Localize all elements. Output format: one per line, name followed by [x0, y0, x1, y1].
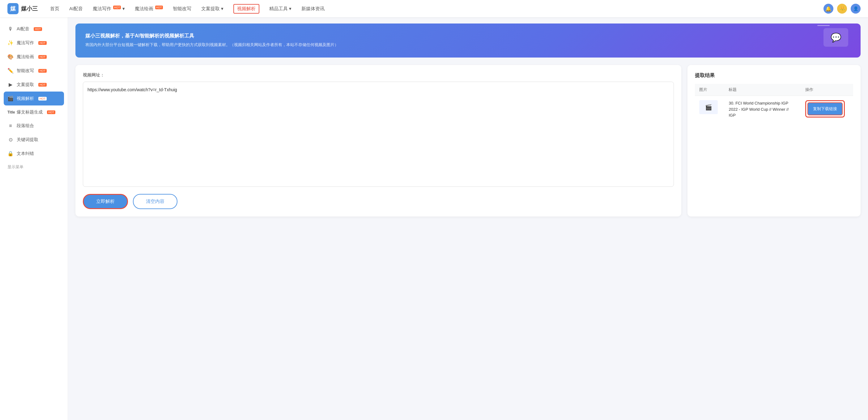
nav-item-magic-drawing[interactable]: 魔法绘画 HOT [135, 6, 163, 12]
col-image: 图片 [695, 84, 724, 96]
nav-item-copy-extract[interactable]: 文案提取 ▾ [201, 6, 223, 12]
hot-badge: HOT [113, 6, 121, 9]
sidebar-item-smart-rewrite[interactable]: ✏️ 智能改写 HOT [0, 64, 68, 78]
sidebar-label-magic-writing: 魔法写作 [17, 40, 34, 46]
nav-item-smart-rewrite[interactable]: 智能改写 [173, 6, 191, 12]
sidebar-item-video-parse[interactable]: 🎬 视频解析 HOT [4, 92, 64, 106]
main-layout: 🎙 AI配音 HOT ✨ 魔法写作 HOT 🎨 魔法绘画 HOT ✏️ 智能改写… [0, 17, 868, 420]
table-cell-action: 复制下载链接 [801, 96, 853, 123]
hot-badge-sidebar-drawing: HOT [38, 55, 47, 59]
logo[interactable]: 媒 媒小三 [7, 3, 38, 14]
avatar-user[interactable]: 👤 [851, 4, 861, 13]
result-table-head: 图片 标题 操作 [695, 84, 853, 96]
nav-right: 🔔 👑 👤 [824, 4, 861, 13]
logo-icon: 媒 [7, 3, 19, 14]
video-icon: 🎬 [7, 96, 13, 101]
banner-deco-line [817, 25, 830, 26]
nav-item-home[interactable]: 首页 [50, 6, 59, 12]
nav-item-video-parse[interactable]: 视频解析 [234, 4, 259, 13]
rewrite-icon: ✏️ [7, 68, 13, 73]
url-input[interactable]: https://www.youtube.com/watch?v=r_td-Txh… [83, 82, 674, 187]
table-cell-image: 🎬 [695, 96, 724, 123]
left-panel: 视频网址： https://www.youtube.com/watch?v=r_… [75, 65, 681, 216]
drawing-icon: 🎨 [7, 54, 13, 60]
hot-badge-sidebar: HOT [34, 27, 42, 31]
result-table-body: 🎬 30. FCI World Championship IGP 2022 - … [695, 96, 853, 123]
sidebar: 🎙 AI配音 HOT ✨ 魔法写作 HOT 🎨 魔法绘画 HOT ✏️ 智能改写… [0, 17, 68, 420]
nav-items: 首页 AI配音 魔法写作 HOT ▾ 魔法绘画 HOT 智能改写 文案提取 ▾ … [50, 4, 824, 13]
paragraph-icon: ≡ [7, 123, 13, 129]
banner-text: 媒小三视频解析，基于AI智能解析的视频解析工具 将国内外大部分平台短视频一键解析… [85, 33, 851, 48]
right-panel: 提取结果 图片 标题 操作 🎬 [687, 65, 861, 216]
keyword-icon: ⊙ [7, 137, 13, 143]
col-action: 操作 [801, 84, 853, 96]
banner-subtitle: 将国内外大部分平台短视频一键解析下载，帮助用户更快的方式获取到视频素材。（视频归… [85, 42, 851, 48]
banner: 媒小三视频解析，基于AI智能解析的视频解析工具 将国内外大部分平台短视频一键解析… [75, 24, 861, 58]
banner-deco-box: 💬 [824, 28, 848, 47]
sidebar-label-ai-dubbing: AI配音 [17, 26, 29, 32]
action-row: 立即解析 清空内容 [83, 194, 674, 209]
sidebar-label-text-correct: 文本纠错 [17, 151, 34, 156]
title-icon: Title [7, 110, 13, 114]
sidebar-label-paragraph: 段落组合 [17, 123, 34, 129]
sidebar-label-video-parse: 视频解析 [17, 96, 34, 101]
col-title: 标题 [724, 84, 801, 96]
hot-badge-sidebar-title: HOT [47, 111, 55, 114]
sidebar-label-copy-extract: 文案提取 [17, 82, 34, 88]
parse-button[interactable]: 立即解析 [83, 194, 128, 209]
sidebar-item-text-correct[interactable]: 🔒 文本纠错 [0, 147, 68, 160]
nav-item-premium-tools[interactable]: 精品工具 ▾ [269, 6, 291, 12]
table-cell-title: 30. FCI World Championship IGP 2022 - IG… [724, 96, 801, 123]
banner-decoration: 💬 [811, 28, 848, 53]
table-row: 🎬 30. FCI World Championship IGP 2022 - … [695, 96, 853, 123]
url-label: 视频网址： [83, 72, 674, 78]
audio-icon: 🎙 [7, 26, 13, 32]
hot-badge-drawing: HOT [155, 6, 163, 9]
hot-badge-sidebar-rewrite: HOT [38, 69, 47, 73]
sidebar-item-magic-drawing[interactable]: 🎨 魔法绘画 HOT [0, 50, 68, 64]
hot-badge-sidebar-writing: HOT [38, 41, 47, 45]
sidebar-item-title-gen[interactable]: Title 爆文标题生成 HOT [0, 106, 68, 119]
correct-icon: 🔒 [7, 151, 13, 156]
clear-button[interactable]: 清空内容 [133, 194, 178, 209]
sidebar-label-title-gen: 爆文标题生成 [17, 110, 43, 115]
copy-btn-wrapper: 复制下载链接 [805, 100, 845, 118]
content-row: 视频网址： https://www.youtube.com/watch?v=r_… [75, 65, 861, 216]
sidebar-item-copy-extract[interactable]: ▶ 文案提取 HOT [0, 78, 68, 92]
extract-icon: ▶ [7, 82, 13, 88]
top-navigation: 媒 媒小三 首页 AI配音 魔法写作 HOT ▾ 魔法绘画 HOT 智能改写 文… [0, 0, 868, 17]
show-menu-toggle[interactable]: 显示菜单 [0, 160, 68, 174]
logo-text: 媒小三 [21, 5, 38, 12]
main-content: 媒小三视频解析，基于AI智能解析的视频解析工具 将国内外大部分平台短视频一键解析… [68, 17, 868, 420]
notification-bell[interactable]: 🔔 [824, 4, 833, 13]
hot-badge-sidebar-extract: HOT [38, 83, 47, 87]
avatar-crown[interactable]: 👑 [837, 4, 847, 13]
writing-icon: ✨ [7, 40, 13, 46]
video-title: 30. FCI World Championship IGP 2022 - IG… [728, 100, 790, 118]
nav-item-news[interactable]: 新媒体资讯 [301, 6, 324, 12]
sidebar-label-magic-drawing: 魔法绘画 [17, 54, 34, 60]
sidebar-label-smart-rewrite: 智能改写 [17, 68, 34, 73]
sidebar-label-keyword: 关键词提取 [17, 137, 38, 143]
nav-item-ai-dubbing[interactable]: AI配音 [69, 6, 83, 12]
sidebar-item-keyword[interactable]: ⊙ 关键词提取 [0, 133, 68, 147]
result-title: 提取结果 [695, 72, 853, 79]
banner-title: 媒小三视频解析，基于AI智能解析的视频解析工具 [85, 33, 851, 39]
copy-download-link-button[interactable]: 复制下载链接 [807, 102, 843, 115]
sidebar-item-paragraph[interactable]: ≡ 段落组合 [0, 119, 68, 133]
nav-item-magic-writing[interactable]: 魔法写作 HOT ▾ [93, 6, 125, 12]
result-table: 图片 标题 操作 🎬 30. FCI World Championship IG… [695, 84, 853, 123]
sidebar-item-magic-writing[interactable]: ✨ 魔法写作 HOT [0, 36, 68, 50]
sidebar-item-ai-dubbing[interactable]: 🎙 AI配音 HOT [0, 22, 68, 36]
video-thumbnail: 🎬 [699, 100, 718, 114]
hot-badge-sidebar-video: HOT [38, 97, 47, 100]
